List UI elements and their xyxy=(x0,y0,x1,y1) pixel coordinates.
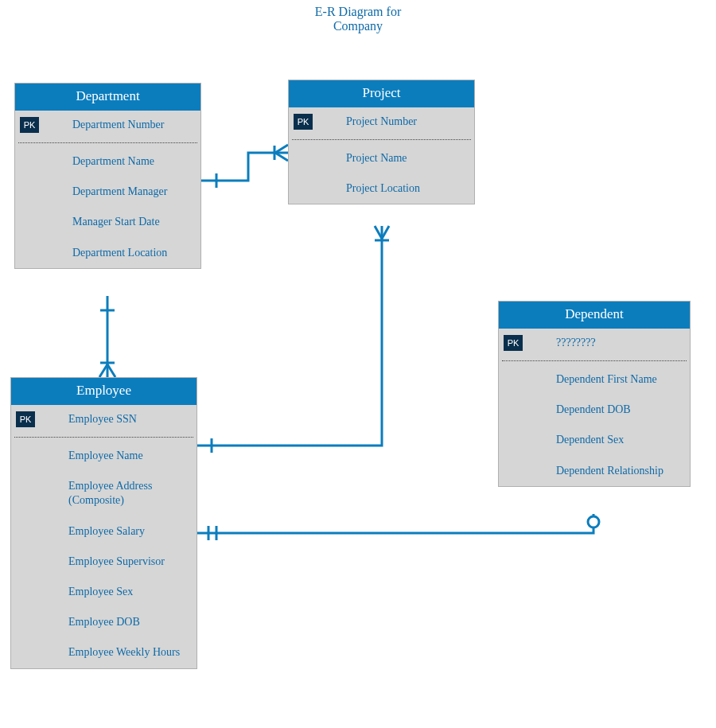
entity-dependent-attr: Dependent First Name xyxy=(499,364,690,395)
entity-dependent-attr: Dependent Sex xyxy=(499,425,690,455)
entity-dependent-attr: Dependent DOB xyxy=(499,395,690,425)
entity-project-attr: Project Location xyxy=(289,173,474,204)
entity-dependent-pk: ???????? xyxy=(556,337,596,349)
pk-separator xyxy=(292,139,471,140)
entity-department-header: Department xyxy=(15,84,200,111)
entity-project-pk: Project Number xyxy=(346,115,417,128)
entity-employee-attr: Employee Salary xyxy=(11,516,197,547)
title-line-2: Company xyxy=(286,19,430,33)
pk-badge: PK xyxy=(294,114,313,130)
title-line-1: E-R Diagram for xyxy=(286,5,430,19)
pk-badge: PK xyxy=(504,335,523,351)
entity-department-attr: Department Manager xyxy=(15,177,200,207)
entity-employee-attr: Employee Address (Composite) xyxy=(11,471,197,516)
entity-project-header: Project xyxy=(289,80,474,107)
entity-dependent-attr: Dependent Relationship xyxy=(499,456,690,486)
pk-badge: PK xyxy=(16,411,35,427)
er-diagram-canvas: E-R Diagram for Company xyxy=(0,0,716,728)
entity-employee-pk: Employee SSN xyxy=(68,413,137,426)
entity-employee-attr: Employee Weekly Hours xyxy=(11,637,197,668)
pk-separator xyxy=(14,437,193,438)
entity-employee-attr: Employee Supervisor xyxy=(11,547,197,577)
entity-employee-attr: Employee DOB xyxy=(11,607,197,637)
entity-department-pk: Department Number xyxy=(72,119,164,131)
svg-point-0 xyxy=(588,516,599,528)
entity-employee: Employee PK Employee SSN Employee Name E… xyxy=(10,377,197,669)
entity-project-pk-row: PK Project Number xyxy=(289,107,474,139)
entity-department-attr: Department Location xyxy=(15,238,200,268)
entity-dependent-header: Dependent xyxy=(499,302,690,329)
entity-department-pk-row: PK Department Number xyxy=(15,111,200,142)
entity-department-attr: Manager Start Date xyxy=(15,207,200,237)
entity-dependent-pk-row: PK ???????? xyxy=(499,329,690,360)
entity-employee-pk-row: PK Employee SSN xyxy=(11,405,197,437)
entity-employee-attr: Employee Sex xyxy=(11,577,197,607)
entity-employee-attr: Employee Name xyxy=(11,441,197,471)
pk-separator xyxy=(502,360,687,361)
entity-dependent: Dependent PK ???????? Dependent First Na… xyxy=(498,301,691,487)
pk-separator xyxy=(18,142,197,143)
entity-department-attr: Department Name xyxy=(15,146,200,177)
entity-project-attr: Project Name xyxy=(289,143,474,173)
entity-employee-header: Employee xyxy=(11,378,197,405)
entity-project: Project PK Project Number Project Name P… xyxy=(288,80,475,204)
entity-department: Department PK Department Number Departme… xyxy=(14,83,201,269)
pk-badge: PK xyxy=(20,117,39,133)
diagram-title: E-R Diagram for Company xyxy=(286,5,430,33)
